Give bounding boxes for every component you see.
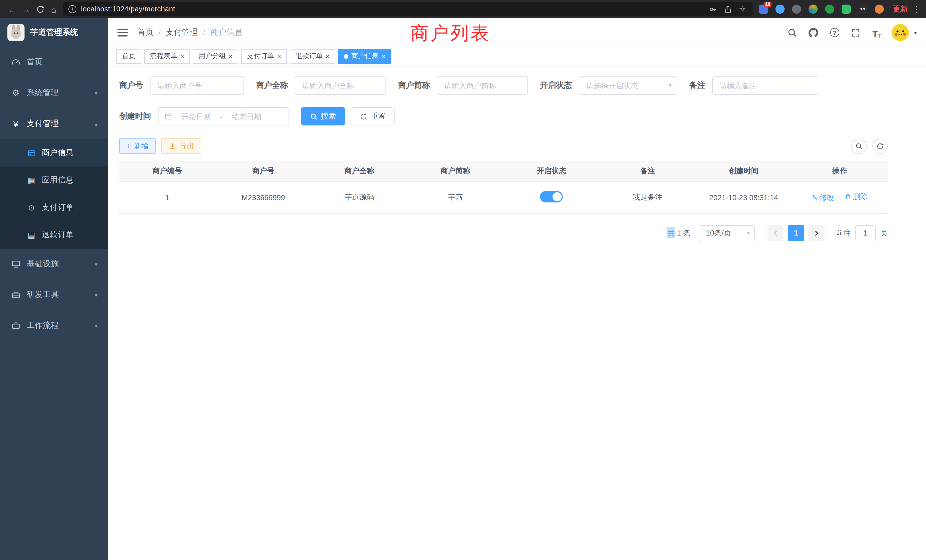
tab-refund-order[interactable]: 退款订单 ×: [290, 49, 335, 64]
monitor-icon: [11, 259, 21, 269]
site-info-icon[interactable]: i: [68, 5, 76, 13]
status-select[interactable]: [579, 76, 677, 95]
topbar: 首页 / 支付管理 / 商户信息 ?: [108, 18, 926, 47]
user-avatar[interactable]: [892, 24, 909, 41]
sidebar-item-label: 基础设施: [27, 259, 59, 269]
sidebar-item-merchant-info[interactable]: 商户信息: [0, 139, 108, 166]
github-icon[interactable]: [807, 26, 820, 39]
bookmark-star-icon[interactable]: ☆: [737, 4, 747, 14]
breadcrumb-home[interactable]: 首页: [138, 27, 153, 38]
prev-page-button[interactable]: [767, 225, 784, 241]
close-icon[interactable]: ×: [228, 53, 233, 60]
sidebar-item-pay-order[interactable]: ⊙ 支付订单: [0, 194, 108, 221]
extension-icon[interactable]: [841, 5, 851, 14]
search-icon: [855, 142, 863, 150]
tab-pay-order[interactable]: 支付订单 ×: [241, 49, 287, 64]
password-key-icon[interactable]: [708, 4, 718, 14]
status-toggle[interactable]: [540, 191, 563, 202]
page-size-select[interactable]: 10条/页 ▾: [700, 225, 755, 241]
sidebar-item-dev-tools[interactable]: 研发工具 ▾: [0, 279, 108, 310]
share-icon[interactable]: [722, 4, 733, 14]
field-label: 开启状态: [540, 80, 572, 91]
sidebar-item-app-info[interactable]: ▦ 应用信息: [0, 166, 108, 194]
profile-avatar-icon[interactable]: [875, 5, 884, 14]
browser-chrome: ← → ⌂ i localhost:1024/pay/merchant ☆ 10: [0, 0, 926, 18]
sidebar-item-label: 支付管理: [27, 119, 59, 129]
full-name-input[interactable]: [295, 76, 386, 95]
tab-merchant-info[interactable]: 商户信息 ×: [338, 49, 391, 64]
total-count: 共 1 条: [667, 228, 690, 238]
close-icon[interactable]: ×: [381, 53, 386, 60]
search-button[interactable]: 搜索: [301, 107, 345, 126]
forward-icon[interactable]: →: [20, 2, 33, 16]
delete-button[interactable]: 删除: [844, 192, 867, 202]
sidebar-item-refund-order[interactable]: ▤ 退款订单: [0, 221, 108, 249]
close-icon[interactable]: ×: [180, 53, 184, 60]
font-size-icon[interactable]: TT: [871, 26, 883, 39]
refresh-icon: [360, 113, 367, 120]
briefcase-icon: [11, 321, 21, 330]
download-icon: [169, 142, 177, 150]
refresh-table-button[interactable]: [872, 138, 888, 154]
end-date-input[interactable]: [225, 112, 268, 121]
sidebar: 芋道管理系统 首页 ⚙ 系统管理 ▾ ¥ 支付管理 ▴: [0, 18, 108, 560]
page-number-button[interactable]: 1: [788, 225, 804, 241]
hamburger-icon[interactable]: [118, 29, 128, 36]
sidebar-item-infrastructure[interactable]: 基础设施 ▾: [0, 249, 108, 279]
sidebar-item-payment[interactable]: ¥ 支付管理 ▴: [0, 108, 108, 139]
extension-icon[interactable]: [775, 5, 785, 14]
back-icon[interactable]: ←: [6, 2, 20, 16]
column-header: 开启状态: [504, 161, 599, 182]
refresh-icon[interactable]: [33, 2, 47, 16]
close-icon[interactable]: ×: [277, 53, 281, 60]
extension-icon[interactable]: [808, 5, 818, 14]
search-icon[interactable]: [786, 26, 799, 39]
close-icon[interactable]: ×: [325, 53, 330, 60]
breadcrumb-separator: /: [159, 28, 161, 37]
field-label: 创建时间: [119, 111, 151, 121]
extension-icon[interactable]: 10: [759, 5, 768, 14]
sidebar-logo[interactable]: 芋道管理系统: [0, 18, 108, 47]
url-bar[interactable]: i localhost:1024/pay/merchant ☆: [63, 2, 753, 16]
extension-icon[interactable]: [792, 5, 801, 14]
date-range-picker[interactable]: -: [158, 107, 289, 126]
sidebar-item-system[interactable]: ⚙ 系统管理 ▾: [0, 77, 108, 108]
extension-icon[interactable]: [858, 5, 867, 14]
browser-update-button[interactable]: 更新: [893, 4, 908, 14]
home-icon[interactable]: ⌂: [47, 2, 61, 16]
sidebar-item-workflow[interactable]: 工作流程 ▾: [0, 310, 108, 341]
toggle-search-button[interactable]: [851, 138, 867, 154]
remark-input[interactable]: [712, 76, 818, 95]
add-button[interactable]: + 新增: [119, 138, 156, 154]
page-content: 商户号 商户全称 商户简称 开启状态: [108, 66, 926, 560]
sidebar-item-home[interactable]: 首页: [0, 47, 108, 77]
refresh-icon: [876, 142, 884, 150]
tab-home[interactable]: 首页: [117, 49, 141, 64]
toolbox-icon: [11, 290, 21, 300]
start-date-input[interactable]: [174, 112, 218, 121]
tab-process-form[interactable]: 流程表单 ×: [144, 49, 190, 64]
tab-user-group[interactable]: 用户分组 ×: [193, 49, 238, 64]
chevron-right-icon: [814, 230, 819, 236]
help-icon[interactable]: ?: [829, 26, 841, 39]
table-row: 1 M233666999 芋道源码 芋艿 我是备注 2021-10-23 08:…: [119, 182, 888, 213]
browser-menu-icon[interactable]: ⋮: [912, 5, 920, 14]
extension-icon[interactable]: [825, 5, 834, 14]
merchant-no-input[interactable]: [150, 76, 244, 95]
merchant-card-icon: [27, 148, 36, 157]
sidebar-item-label: 应用信息: [42, 175, 74, 185]
breadcrumb-current: 商户信息: [210, 27, 242, 38]
goto-page-input[interactable]: [855, 225, 876, 241]
short-name-input[interactable]: [437, 76, 528, 95]
next-page-button[interactable]: [808, 225, 825, 241]
export-button[interactable]: 导出: [162, 138, 201, 154]
dashboard-icon: [11, 57, 21, 67]
edit-button[interactable]: ✎ 修改: [812, 193, 834, 203]
chevron-down-icon: ▾: [95, 90, 97, 96]
chevron-up-icon: ▴: [95, 121, 97, 127]
reset-button[interactable]: 重置: [351, 107, 395, 126]
fullscreen-icon[interactable]: [850, 26, 862, 39]
chevron-down-icon[interactable]: ▾: [914, 29, 917, 36]
extension-badge: 10: [764, 2, 772, 8]
breadcrumb-payment[interactable]: 支付管理: [166, 27, 198, 38]
